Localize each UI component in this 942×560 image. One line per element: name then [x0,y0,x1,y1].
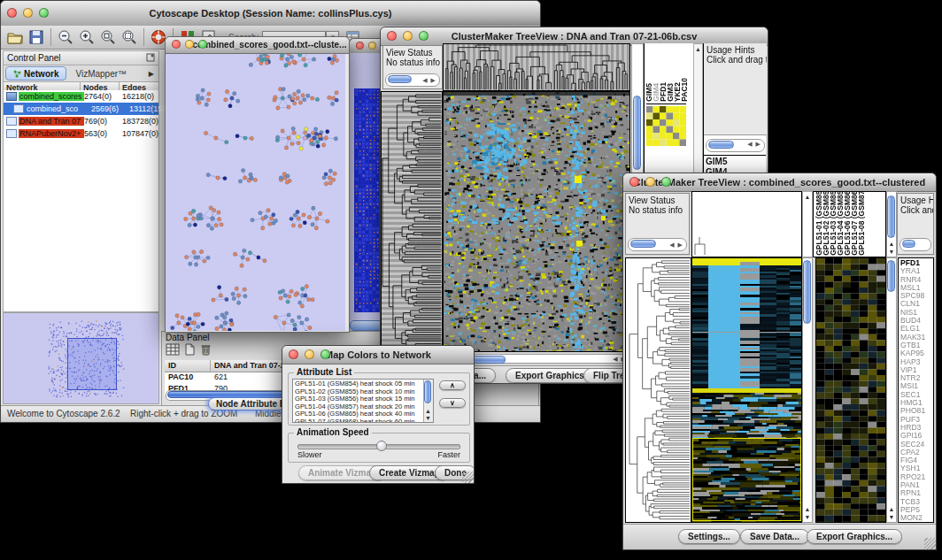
window-controls[interactable] [387,31,429,41]
tv2-settings-button[interactable]: Settings... [678,529,740,544]
attribute-listbox[interactable]: GPL51-01 (GSM854) heat shock 05 minGPL51… [292,379,434,423]
tv2-row-dendrogram[interactable] [625,257,691,523]
scroll-thumb[interactable] [388,75,412,83]
window-controls[interactable] [172,40,207,49]
scroll-arrows[interactable]: ◀ ▶ [747,141,761,148]
dialog-titlebar[interactable]: Map Colors to Network [282,346,474,364]
move-up-button[interactable]: ∧ [439,380,466,390]
treeview2-titlebar[interactable]: ClusterMaker TreeView : combined_scores_… [623,173,936,192]
move-down-button[interactable]: ∨ [439,398,466,408]
attr-vscrollbar[interactable]: ▲▼ [423,380,433,422]
minimize-icon[interactable] [645,177,655,187]
tv2-column-dendrogram[interactable] [691,191,802,257]
tv2-col-scroll-strip[interactable]: ▲ [802,191,813,257]
vscroll-thumb[interactable] [803,260,811,324]
tv2-usage-scrollbar[interactable] [900,238,931,251]
scroll-down-icon[interactable]: ▼ [805,514,811,520]
scroll-thumb[interactable] [630,240,656,248]
tv2-genes-vscrollbar[interactable]: ▲▼ [886,257,897,523]
vscroll-arrows[interactable]: ▲▼ [803,505,812,521]
vscroll-thumb[interactable] [887,260,895,292]
zoom-selected-icon[interactable] [99,28,117,46]
scroll-up-icon[interactable]: ▲ [803,193,812,201]
float-panel-icon[interactable] [146,53,155,62]
network-window-1-titlebar[interactable]: combined_scores_good.txt--cluste... [166,37,349,54]
network-list-row[interactable]: combined_sco2569(6)13112(15) [4,103,158,115]
col-id[interactable]: ID [165,360,211,372]
vscroll-thumb[interactable] [424,380,431,403]
zoom-window-icon[interactable] [320,349,330,359]
save-session-icon[interactable] [27,28,45,46]
tab-vizmapper[interactable]: VizMapper™ [68,69,134,79]
vscroll-arrows[interactable]: ▲▼ [887,505,896,521]
open-session-icon[interactable] [6,28,24,46]
zoom-window-icon[interactable] [39,8,49,18]
zoom-out-icon[interactable] [57,28,74,46]
scroll-right-icon[interactable]: ▶ [756,141,761,147]
tv1-row-dendrogram[interactable] [381,91,443,352]
resize-grip[interactable] [924,538,936,549]
network-list-row[interactable]: combined_scores2764(0)16218(0) [4,90,158,103]
close-icon[interactable] [7,8,17,18]
tv1-heatmap[interactable] [443,91,630,352]
scroll-up-icon[interactable]: ▲ [694,45,702,53]
minimize-icon[interactable] [185,40,194,49]
attribute-item[interactable]: GPL51-07 (GSM868) heat shock 60 min [295,418,423,423]
close-icon[interactable] [172,40,181,49]
scroll-arrows[interactable]: ◀ ▶ [422,75,436,85]
vscroll-arrows[interactable]: ▲▼ [887,240,896,256]
zoom-window-icon[interactable] [198,40,207,49]
zoom-window-icon[interactable] [419,31,429,41]
scroll-right-icon[interactable]: ▶ [678,242,683,248]
zoom-window-icon[interactable] [661,177,671,187]
scroll-up-icon[interactable]: ▲ [889,241,895,247]
resize-grip[interactable] [462,472,474,483]
dense-network-grid[interactable] [354,88,381,312]
tv2-status-scrollbar[interactable]: ◀ ▶ [628,238,687,251]
scroll-thumb[interactable] [902,240,915,248]
tv2-save-data-button[interactable]: Save Data... [740,529,809,544]
tv2-labels-vscrollbar[interactable]: ▲▼ [886,191,897,257]
tv1-usage-scrollbar[interactable]: ◀ ▶ [706,139,765,152]
minimize-icon[interactable] [368,42,376,50]
close-icon[interactable] [629,177,639,187]
main-titlebar[interactable]: Cytoscape Desktop (Session Name: collins… [1,1,540,27]
scroll-right-icon[interactable]: ▶ [431,77,436,83]
birdseye-canvas[interactable] [4,313,158,403]
window-controls[interactable] [7,8,49,18]
scroll-thumb[interactable] [708,141,734,149]
close-icon[interactable] [289,349,298,359]
scroll-up-icon[interactable]: ▲ [805,506,811,512]
hscroll-thumb[interactable] [350,320,383,331]
scroll-left-icon[interactable]: ◀ [669,242,675,248]
window-controls[interactable] [629,177,671,187]
network-canvas-1[interactable] [166,54,345,331]
animation-speed-slider[interactable] [297,444,460,449]
tab-network[interactable]: Network [5,66,66,81]
zoom-in-icon[interactable] [78,28,96,46]
close-icon[interactable] [356,42,364,50]
tv1-status-scrollbar[interactable]: ◀ ▶ [385,73,440,87]
scroll-left-icon[interactable]: ◀ [422,77,428,83]
scroll-left-icon[interactable]: ◀ [747,141,753,147]
scroll-up-icon[interactable]: ▲ [889,506,895,512]
scroll-left-icon[interactable]: ◀ [613,356,618,362]
vscroll-thumb[interactable] [633,96,641,170]
minimize-icon[interactable] [305,349,314,359]
vscroll-arrows[interactable]: ▲▼ [424,408,432,422]
window-controls[interactable] [289,349,330,359]
close-icon[interactable] [387,31,397,41]
scroll-down-icon[interactable]: ▼ [425,415,431,421]
tv1-column-dendrogram[interactable] [443,43,630,91]
new-attribute-icon[interactable] [183,343,196,356]
tab-overflow-icon[interactable]: ▶ [144,70,158,78]
scroll-down-icon[interactable]: ▼ [889,249,895,255]
slider-thumb[interactable] [376,441,387,451]
delete-attribute-icon[interactable] [199,343,212,356]
tv2-zoom-heatmap[interactable] [815,257,886,523]
zoom-fit-icon[interactable] [120,28,138,46]
scroll-up-icon[interactable]: ▲ [425,408,431,414]
scroll-down-icon[interactable]: ▼ [889,514,895,520]
tv1-zoom-matrix[interactable] [646,104,686,146]
minimize-icon[interactable] [23,8,33,18]
